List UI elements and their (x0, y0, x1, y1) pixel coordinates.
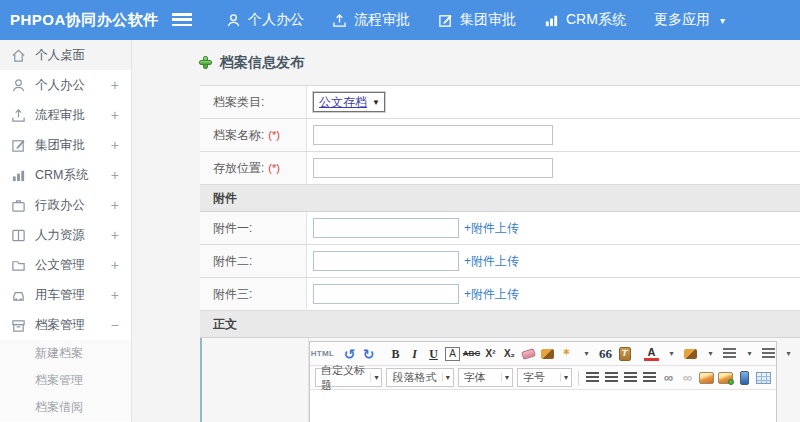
html-source-button[interactable]: HTML (315, 345, 330, 362)
category-label: 档案类目: (213, 94, 264, 111)
highlight-color-icon[interactable] (683, 345, 698, 362)
expand-plus[interactable]: + (111, 227, 119, 243)
font-color-icon[interactable]: A (644, 346, 659, 361)
sidebar-subitem-archive-borrow[interactable]: 档案借阅 (0, 394, 131, 421)
align-center-icon[interactable] (604, 369, 619, 386)
body-label-cell (202, 338, 309, 422)
align-left-icon[interactable] (585, 369, 600, 386)
autotypeset-wand-icon[interactable]: ＊ (559, 345, 574, 362)
attachment1-upload-link[interactable]: +附件上传 (464, 220, 519, 237)
attachment3-upload-link[interactable]: +附件上传 (464, 286, 519, 303)
sidebar-item-group-approval[interactable]: 集团审批 + (0, 130, 131, 160)
align-justify-icon[interactable] (642, 369, 657, 386)
nav-workflow-approval[interactable]: 流程审批 (332, 11, 410, 29)
expand-plus[interactable]: + (111, 107, 119, 123)
sidebar-item-personal-desktop[interactable]: 个人桌面 (0, 40, 131, 70)
sidebar-item-workflow-approval[interactable]: 流程审批 + (0, 100, 131, 130)
paste-as-text-icon[interactable]: T (617, 345, 632, 362)
insert-table-icon[interactable] (756, 369, 771, 386)
archive-submenu: 新建档案 档案管理 档案借阅 (0, 340, 131, 421)
sidebar-subitem-new-archive[interactable]: 新建档案 (0, 340, 131, 367)
eraser-icon[interactable] (521, 345, 536, 362)
nav-more-apps[interactable]: 更多应用 (654, 11, 710, 29)
wand-caret-icon[interactable]: ▾ (579, 345, 594, 362)
expand-plus[interactable]: + (111, 167, 119, 183)
user-icon (226, 13, 241, 28)
nav-group-approval[interactable]: 集团审批 (438, 11, 516, 29)
expand-plus[interactable]: + (111, 137, 119, 153)
storage-location-input[interactable] (313, 158, 553, 178)
align-right-icon[interactable] (623, 369, 638, 386)
green-plus-icon (199, 56, 212, 69)
archive-icon (11, 318, 26, 333)
custom-title-dropdown[interactable]: 自定义标题 ▾ (315, 368, 382, 387)
required-mark: (*) (268, 129, 280, 141)
expand-plus[interactable]: + (111, 197, 119, 213)
nav-crm-system[interactable]: CRM系统 (544, 11, 626, 29)
subscript-icon[interactable]: X₂ (502, 345, 517, 362)
paragraph-format-dropdown[interactable]: 段落格式 ▾ (386, 368, 453, 387)
font-size-dropdown[interactable]: 字号 ▾ (517, 368, 572, 387)
italic-icon[interactable]: I (407, 345, 422, 362)
main-content: 档案信息发布 档案类目: 公文存档 ▼ 档案名称: (*) 存放位置: (*) (132, 40, 800, 422)
sidebar-item-archive-management[interactable]: 档案管理 − (0, 310, 131, 340)
insert-link-icon[interactable]: ∞ (661, 369, 676, 386)
form-row-name: 档案名称: (*) (200, 119, 800, 152)
user-icon (11, 78, 26, 93)
archive-name-input[interactable] (313, 125, 553, 145)
insert-media-icon[interactable] (737, 369, 752, 386)
unordered-list-icon[interactable] (761, 345, 776, 362)
hamburger-menu-icon[interactable] (172, 13, 192, 27)
sidebar-item-admin-office[interactable]: 行政办公 + (0, 190, 131, 220)
superscript-icon[interactable]: X² (483, 345, 498, 362)
remove-link-icon[interactable]: ∞ (680, 369, 695, 386)
undo-icon[interactable]: ↺ (342, 345, 357, 362)
insert-image-icon[interactable] (699, 369, 714, 386)
ordered-list-icon[interactable] (722, 345, 737, 362)
attachment2-input[interactable] (313, 251, 459, 271)
expand-plus[interactable]: + (111, 287, 119, 303)
expand-plus[interactable]: + (111, 77, 119, 93)
form-row-attachment-1: 附件一: +附件上传 (200, 212, 800, 245)
category-select[interactable]: 公文存档 ▼ (313, 92, 385, 112)
unordered-list-caret-icon[interactable]: ▾ (781, 345, 796, 362)
editor-content-area[interactable] (310, 390, 776, 422)
attachment3-label: 附件三: (213, 286, 252, 303)
font-color-caret-icon[interactable]: ▾ (664, 345, 679, 362)
underline-icon[interactable]: U (426, 345, 441, 362)
form-row-attachment-2: 附件二: +附件上传 (200, 245, 800, 278)
sidebar-subitem-archive-management[interactable]: 档案管理 (0, 367, 131, 394)
bold-icon[interactable]: B (388, 345, 403, 362)
upload-icon (11, 108, 26, 123)
editor-toolbar-row2: 自定义标题 ▾ 段落格式 ▾ 字体 ▾ 字号 ▾ (310, 366, 776, 390)
attachment2-label: 附件二: (213, 253, 252, 270)
blockquote-icon[interactable]: 66 (598, 345, 613, 362)
redo-icon[interactable]: ↻ (361, 345, 376, 362)
sidebar-item-personal-office[interactable]: 个人办公 + (0, 70, 131, 100)
sidebar-item-vehicle-management[interactable]: 用车管理 + (0, 280, 131, 310)
attachment2-upload-link[interactable]: +附件上传 (464, 253, 519, 270)
nav-label: 流程审批 (354, 11, 410, 29)
sidebar-item-label: 个人桌面 (35, 47, 119, 64)
sidebar-item-human-resources[interactable]: 人力资源 + (0, 220, 131, 250)
sidebar-item-document-management[interactable]: 公文管理 + (0, 250, 131, 280)
font-style-icon[interactable]: A (445, 347, 460, 361)
dropdown-caret-icon: ▾ (560, 373, 571, 382)
caret-down-icon[interactable]: ▾ (720, 15, 725, 26)
highlight-caret-icon[interactable]: ▾ (703, 345, 718, 362)
strikethrough-icon[interactable]: ABC (464, 345, 479, 362)
format-brush-icon[interactable] (540, 345, 555, 362)
expand-plus[interactable]: + (111, 257, 119, 273)
attachment1-input[interactable] (313, 218, 459, 238)
nav-personal-office[interactable]: 个人办公 (226, 11, 304, 29)
attachment3-input[interactable] (313, 284, 459, 304)
folder-icon (11, 258, 26, 273)
archive-form: 档案类目: 公文存档 ▼ 档案名称: (*) 存放位置: (*) 附件 (200, 85, 800, 422)
sidebar-item-crm-system[interactable]: CRM系统 + (0, 160, 131, 190)
dropdown-caret-icon: ▾ (442, 373, 453, 382)
ordered-list-caret-icon[interactable]: ▾ (742, 345, 757, 362)
collapse-minus[interactable]: − (111, 317, 119, 333)
upload-image-icon[interactable] (718, 369, 733, 386)
font-family-dropdown[interactable]: 字体 ▾ (458, 368, 513, 387)
editor-toolbar-row1: HTML ↺ ↻ B I U A ABC X² X₂ ＊ (310, 342, 776, 366)
